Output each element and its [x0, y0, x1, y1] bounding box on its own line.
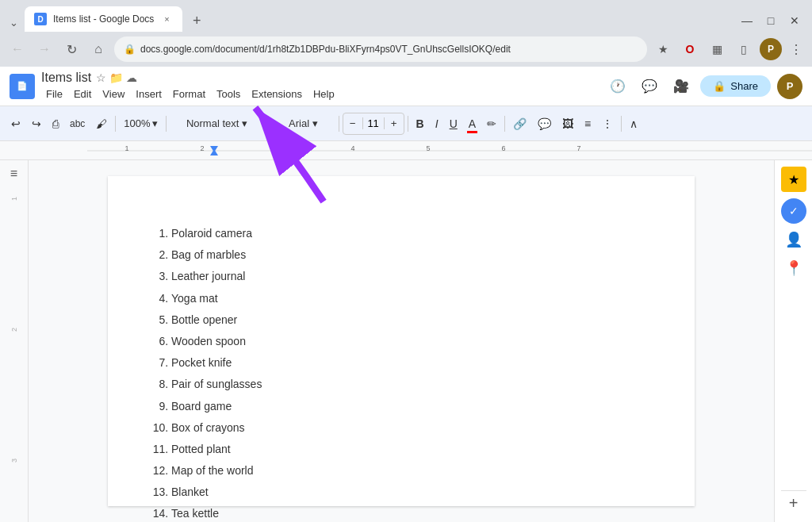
text-color-swatch — [467, 131, 477, 133]
contacts-icon[interactable]: 👤 — [781, 227, 806, 252]
docs-header-actions: 🕐 💬 🎥 🔒 Share P — [605, 74, 802, 99]
back-button[interactable]: ← — [6, 38, 29, 60]
zoom-value: 100% — [124, 117, 150, 129]
insert-link-button[interactable]: 🔗 — [508, 113, 531, 135]
list-item: Tea kettle — [171, 504, 631, 522]
undo-button[interactable]: ↩ — [6, 113, 25, 135]
list-item: Yoga mat — [171, 289, 631, 309]
history-button[interactable]: 🕐 — [605, 74, 630, 99]
browser-menu-button[interactable]: ⋮ — [787, 39, 806, 60]
add-plugin-button[interactable]: + — [781, 490, 806, 516]
italic-button[interactable]: I — [431, 113, 443, 135]
extensions-icon[interactable]: ▦ — [706, 38, 728, 60]
user-avatar[interactable]: P — [777, 74, 802, 99]
separator-6 — [504, 116, 505, 132]
page-number-2: 2 — [10, 328, 18, 332]
outline-toggle-button[interactable]: ≡ — [10, 167, 17, 181]
separator-5 — [408, 116, 408, 132]
document-title[interactable]: Items list — [41, 71, 91, 85]
star-icon[interactable]: ☆ — [96, 71, 106, 84]
tab-favicon: D — [34, 13, 47, 25]
main-area: ≡ 1 2 3 Polaroid camera Bag of marbles L… — [0, 160, 812, 522]
tab-title: Items list - Google Docs — [53, 13, 154, 25]
tab-close-button[interactable]: × — [160, 13, 173, 25]
font-size-area: − 11 + — [343, 113, 404, 135]
restore-button[interactable]: □ — [760, 10, 782, 32]
svg-text:6: 6 — [501, 144, 505, 152]
underline-button[interactable]: U — [445, 113, 462, 135]
highlight-button[interactable]: ✏ — [482, 113, 501, 135]
left-sidebar: ≡ 1 2 3 — [0, 160, 29, 522]
meet-button[interactable]: 🎥 — [668, 74, 694, 99]
print-button[interactable]: ⎙ — [48, 113, 63, 135]
menu-edit[interactable]: Edit — [69, 86, 96, 102]
font-size-decrease-button[interactable]: − — [343, 113, 362, 135]
text-color-button[interactable]: A — [464, 113, 481, 135]
toolbar-expand-button[interactable]: ∧ — [625, 113, 642, 135]
spell-check-button[interactable]: abc — [65, 113, 90, 135]
more-options-button[interactable]: ⋮ — [597, 113, 618, 135]
redo-button[interactable]: ↪ — [27, 113, 46, 135]
align-button[interactable]: ≡ — [580, 113, 596, 135]
browser-chevron[interactable]: ⌄ — [6, 13, 21, 32]
ruler-inner: 1 2 3 4 5 6 7 — [87, 141, 812, 159]
separator-4 — [339, 116, 339, 132]
close-button[interactable]: ✕ — [783, 10, 806, 32]
separator-2 — [166, 116, 167, 132]
menu-format[interactable]: Format — [168, 86, 210, 102]
menu-file[interactable]: File — [41, 86, 67, 102]
docs-title: Items list ☆ 📁 ☁ — [41, 71, 605, 85]
cast-icon[interactable]: ▯ — [733, 38, 755, 60]
font-size-increase-button[interactable]: + — [385, 113, 404, 135]
tasks-icon[interactable]: ✓ — [781, 198, 806, 224]
share-button[interactable]: 🔒 Share — [700, 75, 771, 97]
zoom-selector[interactable]: 100% ▾ — [119, 113, 162, 135]
bold-button[interactable]: B — [412, 113, 429, 135]
maps-icon[interactable]: 📍 — [781, 255, 806, 281]
address-bar[interactable]: 🔒 docs.google.com/document/d/1rh8tZb1DBP… — [114, 36, 647, 62]
reload-button[interactable]: ↻ — [60, 38, 82, 60]
font-value: Arial — [289, 117, 309, 129]
docs-menu: File Edit View Insert Format Tools Exten… — [41, 86, 605, 102]
menu-insert[interactable]: Insert — [131, 86, 167, 102]
separator-1 — [115, 116, 116, 132]
forward-button[interactable]: → — [33, 38, 56, 60]
menu-tools[interactable]: Tools — [212, 86, 245, 102]
active-tab[interactable]: D Items list - Google Docs × — [25, 6, 182, 32]
list-item: Pair of sunglasses — [171, 374, 631, 394]
cloud-icon[interactable]: ☁ — [126, 71, 137, 84]
insert-image-button[interactable]: 🖼 — [557, 113, 578, 135]
user-profile-icon[interactable]: P — [760, 38, 782, 60]
svg-marker-9 — [210, 149, 218, 155]
docs-logo: 📄 — [10, 74, 35, 99]
keep-icon[interactable]: ★ — [781, 167, 806, 192]
svg-text:5: 5 — [426, 144, 430, 152]
list-item: Board game — [171, 397, 631, 416]
folder-icon[interactable]: 📁 — [109, 71, 123, 84]
page-number-1: 1 — [10, 197, 18, 201]
tab-bar: ⌄ D Items list - Google Docs × + — □ ✕ — [0, 0, 812, 32]
menu-help[interactable]: Help — [308, 86, 339, 102]
page-number-3: 3 — [10, 459, 18, 463]
menu-extensions[interactable]: Extensions — [247, 86, 307, 102]
document-area[interactable]: Polaroid camera Bag of marbles Leather j… — [29, 160, 774, 522]
svg-text:2: 2 — [200, 144, 204, 152]
chat-button[interactable]: 💬 — [637, 74, 662, 99]
items-list: Polaroid camera Bag of marbles Leather j… — [171, 224, 631, 522]
menu-view[interactable]: View — [98, 86, 129, 102]
zoom-arrow-icon: ▾ — [152, 117, 158, 129]
paragraph-style-selector[interactable]: Normal text ▾ — [170, 113, 265, 135]
list-item: Bottle opener — [171, 310, 631, 330]
toolbar: ↩ ↪ ⎙ abc 🖌 100% ▾ Normal text ▾ Arial ▾… — [0, 106, 812, 141]
paint-format-button[interactable]: 🖌 — [91, 113, 112, 135]
minimize-button[interactable]: — — [736, 10, 758, 32]
font-selector[interactable]: Arial ▾ — [272, 113, 335, 135]
lock-share-icon: 🔒 — [713, 80, 726, 92]
new-tab-button[interactable]: + — [186, 10, 208, 32]
font-size-value[interactable]: 11 — [362, 117, 385, 129]
insert-comment-button[interactable]: 💬 — [533, 113, 556, 135]
bookmark-star-icon[interactable]: ★ — [652, 38, 674, 60]
home-button[interactable]: ⌂ — [87, 38, 109, 60]
list-item: Wooden spoon — [171, 332, 631, 351]
opera-icon[interactable]: O — [679, 38, 701, 60]
